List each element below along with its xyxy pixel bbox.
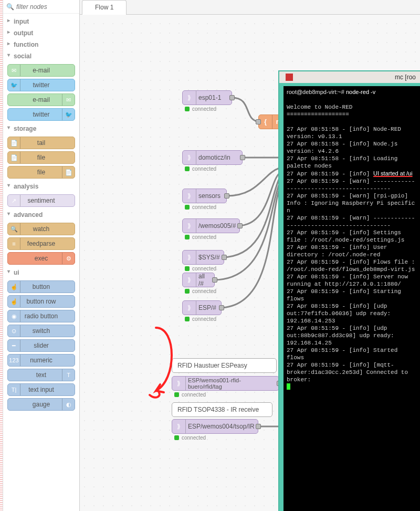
mail-icon: ✉ [8, 65, 20, 76]
category-ui[interactable]: ui [7, 267, 75, 278]
flow-canvas[interactable]: Flow 1 ⟫ esp01-1 connected { return ⟫ [80, 0, 420, 511]
port-out[interactable] [219, 305, 224, 310]
palette-node-slider[interactable]: ━slider [7, 339, 75, 352]
search-icon: 🔍 [6, 3, 14, 11]
palette-node-label: text [36, 371, 46, 379]
mqtt-icon: ⟫ [183, 189, 196, 203]
bird-icon: 🐦 [8, 79, 20, 91]
node-espf[interactable]: ⟫ ESP/# connected [182, 300, 222, 315]
node-status: connected [172, 392, 206, 398]
node-status: connected [172, 435, 206, 441]
node-status: connected [183, 204, 216, 210]
node-tsop[interactable]: ⟫ ESP/wemos004/tsop/IR connected [172, 419, 258, 434]
port-in[interactable] [256, 119, 261, 124]
palette-node-radio-button[interactable]: ◉radio button [7, 310, 75, 322]
palette-node-twitter[interactable]: 🐦twitter [7, 108, 75, 121]
port-out[interactable] [256, 424, 261, 429]
palette-node-button-row[interactable]: ☝button row [7, 295, 75, 308]
palette-node-text[interactable]: Ttext [7, 369, 75, 381]
palette-node-label: radio button [25, 312, 58, 320]
node-status: connected [183, 266, 216, 272]
palette-node-feedparse[interactable]: ≡feedparse [7, 237, 75, 250]
category-function[interactable]: function [7, 39, 75, 50]
node-tsop-comment[interactable]: RFID TSOP4338 - IR receive [172, 402, 272, 417]
node-sensors[interactable]: ⟫ sensors connected [182, 189, 227, 203]
palette-node-gauge[interactable]: ◐gauge [7, 398, 75, 411]
palette-node-label: tail [37, 139, 45, 147]
palette-node-file[interactable]: 📄file [7, 166, 75, 179]
palette-node-twitter[interactable]: 🐦twitter [7, 79, 75, 91]
node-all[interactable]: ⟫ all /# connected [182, 273, 215, 287]
node-esp01[interactable]: ⟫ esp01-1 connected [182, 90, 232, 105]
app-root: 🔍 inputoutputfunctionsocial✉e-mail🐦twitt… [0, 0, 420, 511]
mqtt-icon: ⟫ [183, 301, 196, 315]
mqtt-icon: ⟫ [172, 377, 186, 390]
palette-search[interactable]: 🔍 [3, 0, 79, 14]
port-out[interactable] [222, 255, 227, 260]
node-rfid[interactable]: ⟫ ESP/wemos001-rfid-buero/rfid/tag conne… [172, 376, 279, 391]
palette-node-e-mail[interactable]: ✉e-mail [7, 64, 75, 77]
node-domoticz[interactable]: ⟫ domoticz/in connected [182, 150, 243, 165]
palette-node-label: button [33, 283, 50, 290]
category-social[interactable]: social [7, 50, 75, 62]
node-wemos[interactable]: ⟫ /wemos005/# connected [182, 218, 240, 233]
palette-node-watch[interactable]: 🔍watch [7, 223, 75, 235]
terminal-body[interactable]: root@deb8mpd-virt:~# node-red -vWelcome … [284, 86, 420, 511]
palette-node-label: twitter [33, 111, 49, 118]
port-out[interactable] [224, 193, 229, 199]
node-status: connected [183, 288, 216, 294]
port-out[interactable] [229, 95, 235, 100]
palette-node-numeric[interactable]: 123numeric [7, 354, 75, 367]
palette-node-file[interactable]: 📄file [7, 151, 75, 164]
palette-node-e-mail[interactable]: ✉e-mail [7, 93, 75, 106]
port-out[interactable] [212, 277, 217, 283]
T-icon: T [62, 369, 75, 381]
cog-icon: ⚙ [62, 253, 75, 264]
palette-node-label: e-mail [33, 96, 50, 103]
category-input[interactable]: input [7, 16, 75, 27]
terminal-window[interactable]: mc [roo root@deb8mpd-virt:~# node-red -v… [278, 70, 420, 511]
tab-flow1[interactable]: Flow 1 [82, 0, 127, 15]
rss-icon: ≡ [8, 238, 20, 249]
node-label: sensors [198, 192, 220, 200]
palette-node-label: text input [28, 386, 54, 393]
mqtt-icon: ⟫ [172, 420, 186, 433]
palette-node-sentiment[interactable]: ↗sentiment [7, 194, 75, 207]
bird-icon: 🐦 [62, 109, 75, 120]
node-label: $SYS/# [198, 254, 220, 261]
palette-node-tail[interactable]: 📄tail [7, 137, 75, 149]
search-input[interactable] [16, 3, 76, 11]
palette-node-label: gauge [33, 401, 50, 408]
category-storage[interactable]: storage [7, 123, 75, 134]
category-advanced[interactable]: advanced [7, 209, 75, 221]
palette-node-exec[interactable]: ⚙exec [7, 252, 75, 265]
file-icon: 📄 [62, 166, 75, 178]
palette-node-label: switch [33, 327, 50, 335]
search-icon: 🔍 [8, 223, 20, 235]
mqtt-icon: ⟫ [183, 91, 196, 105]
palette-node-label: twitter [33, 81, 49, 89]
node-rfid-comment[interactable]: RFID Haustuer ESPeasy [172, 358, 277, 373]
palette-node-text-input[interactable]: T|text input [7, 383, 75, 396]
port-out[interactable] [240, 155, 245, 160]
mail-icon: ✉ [62, 94, 75, 106]
terminal-titlebar[interactable]: mc [roo [279, 71, 420, 83]
node-status: connected [183, 316, 216, 322]
dot-icon: ◉ [8, 310, 20, 322]
terminal-title: mc [roo [395, 74, 416, 81]
palette-node-label: slider [34, 342, 49, 349]
palette-node-switch[interactable]: ⊙switch [7, 325, 75, 337]
category-analysis[interactable]: analysis [7, 181, 75, 192]
palette-node-button[interactable]: ☝button [7, 280, 75, 293]
node-label: esp01-1 [198, 94, 221, 101]
category-output[interactable]: output [7, 27, 75, 39]
node-status: connected [183, 166, 216, 172]
node-sys[interactable]: ⟫ $SYS/# connected [182, 250, 224, 265]
toggle-icon: ⊙ [8, 325, 20, 337]
hand-icon: ☝ [8, 281, 20, 293]
tab-bar: Flow 1 [80, 0, 420, 15]
hand-icon: ☝ [8, 296, 20, 307]
Ti-icon: T| [8, 384, 20, 395]
palette-node-label: e-mail [33, 67, 50, 74]
port-out[interactable] [237, 223, 243, 228]
